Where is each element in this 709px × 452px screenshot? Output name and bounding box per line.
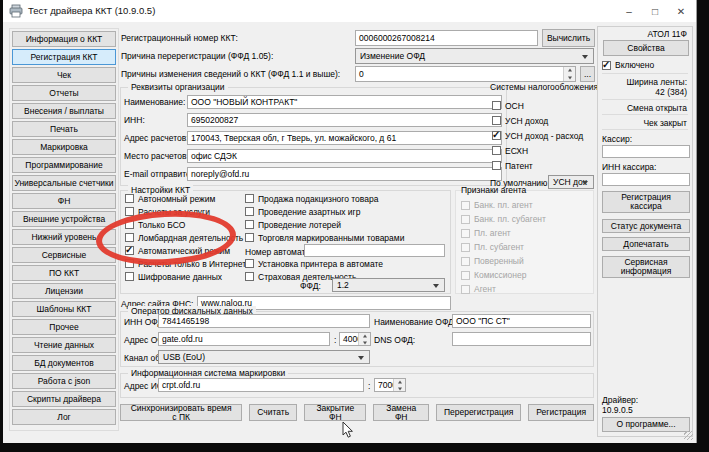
change-reasons-spinner[interactable]: 0 (355, 66, 576, 82)
action-button[interactable]: Считать (249, 404, 297, 421)
maximize-button[interactable]: □ (642, 0, 668, 22)
action-button[interactable]: Перерегистрация (436, 404, 521, 421)
checkbox-box (245, 194, 254, 203)
tax-checkbox[interactable]: ОСН (492, 98, 583, 113)
ffd-select[interactable]: 1.2 (332, 278, 445, 292)
more-button[interactable]: ... (580, 66, 595, 82)
ofd-name-input[interactable]: ООО "ПС СТ" (452, 314, 591, 328)
agent-checkbox: Агент (461, 282, 546, 296)
sidebar-item[interactable]: Универсальные счетчики (12, 175, 116, 191)
text-input[interactable]: noreply@ofd.ru (187, 167, 502, 181)
sidebar-item[interactable]: Чтение данных (12, 337, 116, 353)
doc-status-button[interactable]: Статус документа (602, 219, 690, 233)
automat-number-input[interactable] (304, 244, 445, 257)
tax-checkbox[interactable]: УСН доход - расход (492, 128, 583, 143)
checkbox-box (245, 272, 254, 281)
kkt-checkbox[interactable]: Проведение лотерей (245, 218, 404, 231)
minimize-button[interactable]: – (616, 0, 642, 22)
kkt-checkbox[interactable]: Продажа подакцизного товара (245, 192, 404, 205)
sidebar-item[interactable]: Печать (12, 121, 116, 137)
checkbox-label: Автономный режим (138, 194, 215, 204)
tax-checkbox[interactable]: ЕСХН (492, 143, 583, 158)
sidebar-item[interactable]: ПО ККТ (12, 265, 116, 281)
rereg-reason-label: Причина перерегистрации (ФФД 1.05): (121, 51, 273, 62)
tax-default-select[interactable]: УСН дох (548, 175, 594, 189)
enabled-checkbox[interactable]: Включено (602, 60, 654, 70)
tax-checkbox[interactable]: УСН доход (492, 113, 583, 128)
action-button[interactable]: Закрытие ФН (304, 404, 366, 421)
checkbox-box (492, 101, 501, 110)
action-button[interactable]: Регистрация (528, 404, 594, 421)
checkbox-label: ЕСХН (505, 146, 528, 156)
tax-checkbox[interactable]: Патент (492, 158, 583, 173)
ofd-dns-input[interactable] (452, 332, 591, 346)
field-label: Адрес расчетов: (124, 133, 187, 143)
ffd-label: ФФД: (300, 281, 321, 292)
checkbox-label: Шифрование данных (138, 272, 222, 282)
reg-number-input[interactable]: 0006000267008214 (355, 30, 538, 46)
ofd-channel-select[interactable]: USB (EoU) (158, 350, 370, 364)
action-button[interactable]: Замена ФН (373, 404, 428, 421)
device-panel: АТОЛ 11Ф Свойства Включено Ширина ленты:… (597, 26, 693, 437)
sidebar-item[interactable]: Лог (12, 409, 116, 425)
sidebar-item[interactable]: Регистрация ККТ (12, 49, 116, 65)
text-input[interactable]: офис СДЭК (187, 149, 502, 163)
checkbox-label: Агент (474, 284, 496, 294)
agent-checkbox: Комиссионер (461, 268, 546, 282)
print-more-button[interactable]: Допечатать (602, 237, 690, 251)
register-cashier-button[interactable]: Регистрация кассира (602, 191, 690, 213)
title-bar: Тест драйвера ККТ (10.9.0.5) – □ ✕ (3, 0, 696, 22)
kkt-checkbox[interactable]: Автономный режим (125, 192, 246, 205)
resize-grip[interactable] (684, 431, 693, 440)
rereg-reason-select[interactable]: Изменение ОФД (355, 48, 594, 64)
sidebar-item[interactable]: Отчеты (12, 85, 116, 101)
field-label: Место расчетов: (124, 151, 187, 161)
sidebar-item[interactable]: Чек (12, 67, 116, 83)
ofd-addr-input[interactable]: gate.ofd.ru (158, 332, 330, 346)
checkbox-box (245, 233, 254, 242)
ofd-inn-input[interactable]: 7841465198 (158, 314, 370, 328)
sidebar-item[interactable]: Шаблоны ККТ (12, 301, 116, 317)
about-button[interactable]: О программе... (602, 417, 690, 432)
close-button[interactable]: ✕ (668, 0, 694, 22)
text-input[interactable]: ООО "НОВЫЙ КОНТРАКТ" (187, 95, 502, 109)
sidebar-item[interactable]: Информация о ККТ (12, 31, 116, 47)
sidebar-item[interactable]: Внесения / выплаты (12, 103, 116, 119)
checkbox-box (461, 257, 470, 266)
sidebar-item[interactable]: Лицензии (12, 283, 116, 299)
ofd-name-label: Наименование ОФД: (374, 317, 456, 328)
action-button[interactable]: Синхронизировать время с ПК (120, 404, 242, 421)
checkbox-label: УСН доход (505, 116, 548, 126)
sidebar-item[interactable]: ФН (12, 193, 116, 209)
sidebar-item[interactable]: Скрипты драйвера (12, 391, 116, 407)
device-model: АТОЛ 11Ф (647, 29, 687, 39)
properties-button[interactable]: Свойства (603, 40, 689, 56)
ism-addr-input[interactable]: crpt.ofd.ru (158, 378, 364, 392)
org-row: Адрес расчетов: 170043, Тверская обл, г … (124, 129, 502, 147)
ofd-port-spinner[interactable]: 4000 (339, 332, 371, 346)
separator (602, 129, 688, 130)
cashier-inn-input[interactable] (602, 173, 690, 186)
kkt-checkbox[interactable]: Торговля маркированными товарами (245, 231, 404, 244)
text-input[interactable]: 170043, Тверская обл, г Тверь, ул. можай… (187, 131, 502, 145)
checkbox-label: Установка принтера в автомате (258, 259, 383, 269)
calculate-button[interactable]: Вычислить (542, 29, 595, 47)
checkbox-label: Проведение азартных игр (258, 207, 360, 217)
sidebar-item[interactable]: Программирование (12, 157, 116, 173)
sidebar-item[interactable]: Прочее (12, 319, 116, 335)
tape-width-value: 42 (384) (655, 87, 687, 97)
sidebar-item[interactable]: БД документов (12, 355, 116, 371)
checkbox-label: Проведение лотерей (258, 220, 341, 230)
driver-version: 10.9.0.5 (602, 405, 633, 416)
checkbox-box (492, 146, 501, 155)
kkt-checkbox[interactable]: Шифрование данных (125, 270, 246, 283)
kkt-checkbox[interactable]: Проведение азартных игр (245, 205, 404, 218)
text-input[interactable]: 6950200827 (187, 113, 502, 127)
sidebar-item[interactable]: Маркировка (12, 139, 116, 155)
kkt-checkbox[interactable]: Установка принтера в автомате (245, 257, 383, 270)
cashier-input[interactable] (602, 145, 690, 158)
ism-port-spinner[interactable]: 7000 (374, 378, 406, 392)
service-info-button[interactable]: Сервисная информация (602, 256, 690, 278)
sidebar-item[interactable]: Внешние устройства (12, 211, 116, 227)
sidebar-item[interactable]: Работа с json (12, 373, 116, 389)
